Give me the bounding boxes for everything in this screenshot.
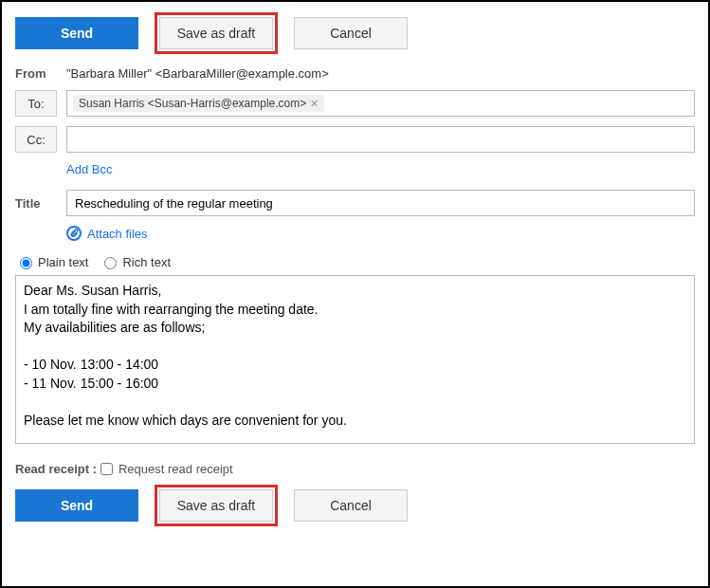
paperclip-icon bbox=[66, 226, 82, 241]
to-recipient-chip[interactable]: Susan Harris <Susan-Harris@example.com> … bbox=[73, 95, 324, 112]
top-button-row: Send Save as draft Cancel bbox=[15, 17, 695, 49]
from-label: From bbox=[15, 66, 66, 81]
send-button-top[interactable]: Send bbox=[15, 17, 138, 49]
cc-label-button[interactable]: Cc: bbox=[15, 126, 57, 153]
bottom-button-row: Send Save as draft Cancel bbox=[15, 489, 695, 522]
compose-email-window: Send Save as draft Cancel From "Barbara … bbox=[0, 0, 710, 588]
cancel-button-bottom[interactable]: Cancel bbox=[294, 489, 408, 522]
read-receipt-label: Read receipt : bbox=[15, 462, 97, 476]
read-receipt-checkbox[interactable] bbox=[100, 463, 113, 475]
to-recipient-text: Susan Harris <Susan-Harris@example.com> bbox=[79, 97, 306, 110]
add-bcc-row: Add Bcc bbox=[66, 162, 695, 176]
send-button-bottom[interactable]: Send bbox=[15, 489, 138, 522]
format-row: Plain text Rich text bbox=[15, 254, 695, 269]
plain-text-radio[interactable] bbox=[20, 257, 32, 269]
request-read-receipt-label: Request read receipt bbox=[118, 462, 233, 476]
save-draft-button-bottom[interactable]: Save as draft bbox=[159, 489, 273, 522]
to-row: To: Susan Harris <Susan-Harris@example.c… bbox=[15, 90, 695, 117]
remove-recipient-icon[interactable]: ✕ bbox=[310, 98, 319, 110]
cc-row: Cc: bbox=[15, 126, 695, 153]
title-label: Title bbox=[15, 196, 66, 211]
rich-text-radio[interactable] bbox=[104, 257, 117, 269]
to-input[interactable]: Susan Harris <Susan-Harris@example.com> … bbox=[66, 90, 695, 117]
cc-text-input[interactable] bbox=[73, 127, 688, 152]
read-receipt-row: Read receipt : Request read receipt bbox=[15, 462, 695, 476]
add-bcc-link[interactable]: Add Bcc bbox=[66, 162, 112, 176]
rich-text-option[interactable]: Rich text bbox=[100, 254, 171, 269]
title-input-box[interactable] bbox=[66, 190, 695, 216]
cancel-button-top[interactable]: Cancel bbox=[294, 17, 408, 49]
from-row: From "Barbara Miller" <BarbaraMiller@exa… bbox=[15, 66, 695, 81]
message-body[interactable] bbox=[15, 275, 695, 444]
title-input[interactable] bbox=[73, 191, 688, 215]
save-draft-button-top[interactable]: Save as draft bbox=[159, 17, 273, 49]
from-value: "Barbara Miller" <BarbaraMiller@example.… bbox=[66, 66, 329, 81]
plain-text-option[interactable]: Plain text bbox=[15, 254, 88, 269]
to-label-button[interactable]: To: bbox=[15, 90, 57, 117]
cc-input[interactable] bbox=[66, 126, 695, 153]
attach-row: Attach files bbox=[66, 226, 695, 241]
title-row: Title bbox=[15, 190, 695, 216]
attach-files-link[interactable]: Attach files bbox=[87, 227, 148, 241]
rich-text-label: Rich text bbox=[122, 255, 171, 269]
plain-text-label: Plain text bbox=[38, 255, 88, 269]
